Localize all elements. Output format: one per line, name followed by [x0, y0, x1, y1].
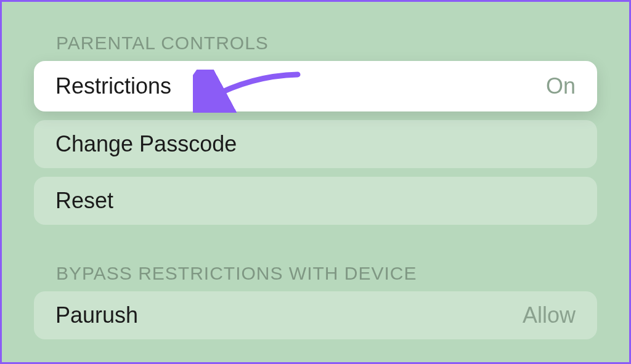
section-header-parental: PARENTAL CONTROLS: [56, 33, 597, 54]
change-passcode-label: Change Passcode: [55, 131, 237, 157]
bypass-device-label: Paurush: [55, 302, 138, 328]
section-header-bypass: BYPASS RESTRICTIONS WITH DEVICE: [56, 263, 597, 284]
restrictions-row[interactable]: Restrictions On: [34, 61, 597, 111]
restrictions-label: Restrictions: [55, 73, 171, 99]
bypass-device-row[interactable]: Paurush Allow: [34, 291, 597, 339]
settings-panel: PARENTAL CONTROLS Restrictions On Change…: [2, 2, 629, 339]
change-passcode-row[interactable]: Change Passcode: [34, 120, 597, 168]
restrictions-value: On: [546, 73, 576, 99]
reset-row[interactable]: Reset: [34, 177, 597, 225]
reset-label: Reset: [55, 188, 113, 214]
bypass-device-value: Allow: [523, 302, 576, 328]
